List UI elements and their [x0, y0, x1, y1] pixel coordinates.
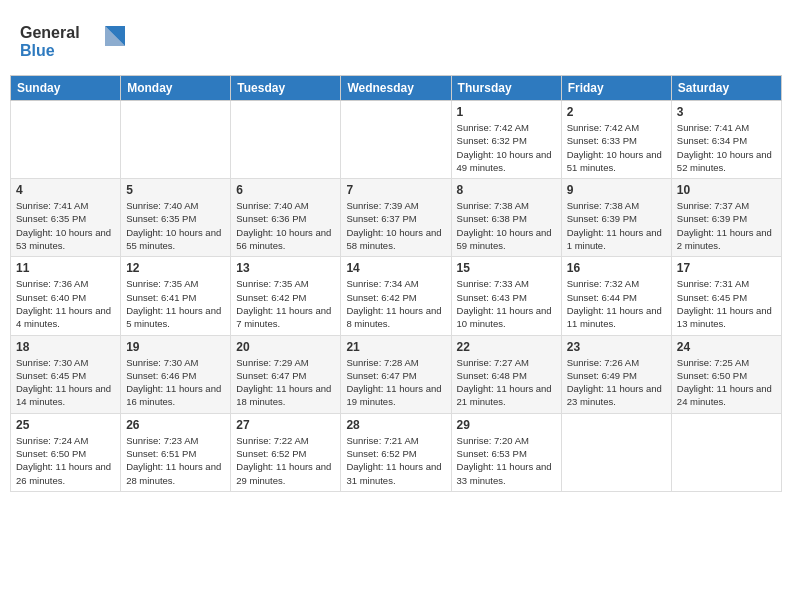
- calendar-cell: 20Sunrise: 7:29 AM Sunset: 6:47 PM Dayli…: [231, 335, 341, 413]
- day-info: Sunrise: 7:22 AM Sunset: 6:52 PM Dayligh…: [236, 434, 335, 487]
- calendar-cell: 26Sunrise: 7:23 AM Sunset: 6:51 PM Dayli…: [121, 413, 231, 491]
- calendar-cell: [671, 413, 781, 491]
- day-number: 21: [346, 340, 445, 354]
- day-info: Sunrise: 7:38 AM Sunset: 6:39 PM Dayligh…: [567, 199, 666, 252]
- day-number: 16: [567, 261, 666, 275]
- day-number: 14: [346, 261, 445, 275]
- day-info: Sunrise: 7:31 AM Sunset: 6:45 PM Dayligh…: [677, 277, 776, 330]
- day-number: 17: [677, 261, 776, 275]
- calendar-cell: [11, 101, 121, 179]
- day-info: Sunrise: 7:35 AM Sunset: 6:41 PM Dayligh…: [126, 277, 225, 330]
- day-info: Sunrise: 7:39 AM Sunset: 6:37 PM Dayligh…: [346, 199, 445, 252]
- calendar-cell: 1Sunrise: 7:42 AM Sunset: 6:32 PM Daylig…: [451, 101, 561, 179]
- day-info: Sunrise: 7:30 AM Sunset: 6:46 PM Dayligh…: [126, 356, 225, 409]
- day-number: 8: [457, 183, 556, 197]
- calendar-cell: [561, 413, 671, 491]
- calendar-cell: 9Sunrise: 7:38 AM Sunset: 6:39 PM Daylig…: [561, 179, 671, 257]
- day-info: Sunrise: 7:33 AM Sunset: 6:43 PM Dayligh…: [457, 277, 556, 330]
- calendar-cell: 18Sunrise: 7:30 AM Sunset: 6:45 PM Dayli…: [11, 335, 121, 413]
- calendar-week-row: 11Sunrise: 7:36 AM Sunset: 6:40 PM Dayli…: [11, 257, 782, 335]
- calendar-cell: 14Sunrise: 7:34 AM Sunset: 6:42 PM Dayli…: [341, 257, 451, 335]
- calendar-cell: 13Sunrise: 7:35 AM Sunset: 6:42 PM Dayli…: [231, 257, 341, 335]
- calendar-week-row: 25Sunrise: 7:24 AM Sunset: 6:50 PM Dayli…: [11, 413, 782, 491]
- day-header-tuesday: Tuesday: [231, 76, 341, 101]
- calendar-cell: 24Sunrise: 7:25 AM Sunset: 6:50 PM Dayli…: [671, 335, 781, 413]
- calendar-cell: 16Sunrise: 7:32 AM Sunset: 6:44 PM Dayli…: [561, 257, 671, 335]
- calendar-cell: 22Sunrise: 7:27 AM Sunset: 6:48 PM Dayli…: [451, 335, 561, 413]
- calendar-cell: 11Sunrise: 7:36 AM Sunset: 6:40 PM Dayli…: [11, 257, 121, 335]
- calendar-cell: 25Sunrise: 7:24 AM Sunset: 6:50 PM Dayli…: [11, 413, 121, 491]
- header: General Blue: [10, 10, 782, 71]
- day-number: 6: [236, 183, 335, 197]
- day-number: 25: [16, 418, 115, 432]
- day-number: 29: [457, 418, 556, 432]
- calendar-table: SundayMondayTuesdayWednesdayThursdayFrid…: [10, 75, 782, 492]
- calendar-cell: [121, 101, 231, 179]
- calendar-cell: 2Sunrise: 7:42 AM Sunset: 6:33 PM Daylig…: [561, 101, 671, 179]
- day-number: 24: [677, 340, 776, 354]
- calendar-cell: 23Sunrise: 7:26 AM Sunset: 6:49 PM Dayli…: [561, 335, 671, 413]
- day-info: Sunrise: 7:21 AM Sunset: 6:52 PM Dayligh…: [346, 434, 445, 487]
- day-info: Sunrise: 7:38 AM Sunset: 6:38 PM Dayligh…: [457, 199, 556, 252]
- calendar-week-row: 4Sunrise: 7:41 AM Sunset: 6:35 PM Daylig…: [11, 179, 782, 257]
- day-info: Sunrise: 7:20 AM Sunset: 6:53 PM Dayligh…: [457, 434, 556, 487]
- calendar-cell: 19Sunrise: 7:30 AM Sunset: 6:46 PM Dayli…: [121, 335, 231, 413]
- day-info: Sunrise: 7:25 AM Sunset: 6:50 PM Dayligh…: [677, 356, 776, 409]
- day-number: 4: [16, 183, 115, 197]
- day-info: Sunrise: 7:28 AM Sunset: 6:47 PM Dayligh…: [346, 356, 445, 409]
- day-info: Sunrise: 7:42 AM Sunset: 6:32 PM Dayligh…: [457, 121, 556, 174]
- calendar-cell: 17Sunrise: 7:31 AM Sunset: 6:45 PM Dayli…: [671, 257, 781, 335]
- logo-text: General Blue: [20, 18, 140, 67]
- day-number: 1: [457, 105, 556, 119]
- day-info: Sunrise: 7:32 AM Sunset: 6:44 PM Dayligh…: [567, 277, 666, 330]
- day-header-wednesday: Wednesday: [341, 76, 451, 101]
- day-number: 19: [126, 340, 225, 354]
- day-info: Sunrise: 7:26 AM Sunset: 6:49 PM Dayligh…: [567, 356, 666, 409]
- day-number: 15: [457, 261, 556, 275]
- day-info: Sunrise: 7:29 AM Sunset: 6:47 PM Dayligh…: [236, 356, 335, 409]
- calendar-cell: 6Sunrise: 7:40 AM Sunset: 6:36 PM Daylig…: [231, 179, 341, 257]
- calendar-week-row: 18Sunrise: 7:30 AM Sunset: 6:45 PM Dayli…: [11, 335, 782, 413]
- day-info: Sunrise: 7:41 AM Sunset: 6:34 PM Dayligh…: [677, 121, 776, 174]
- day-info: Sunrise: 7:37 AM Sunset: 6:39 PM Dayligh…: [677, 199, 776, 252]
- svg-text:Blue: Blue: [20, 42, 55, 59]
- day-info: Sunrise: 7:41 AM Sunset: 6:35 PM Dayligh…: [16, 199, 115, 252]
- calendar-cell: 3Sunrise: 7:41 AM Sunset: 6:34 PM Daylig…: [671, 101, 781, 179]
- day-header-sunday: Sunday: [11, 76, 121, 101]
- day-info: Sunrise: 7:40 AM Sunset: 6:35 PM Dayligh…: [126, 199, 225, 252]
- day-header-monday: Monday: [121, 76, 231, 101]
- day-number: 23: [567, 340, 666, 354]
- calendar-cell: [231, 101, 341, 179]
- day-number: 27: [236, 418, 335, 432]
- calendar-cell: 12Sunrise: 7:35 AM Sunset: 6:41 PM Dayli…: [121, 257, 231, 335]
- calendar-cell: 15Sunrise: 7:33 AM Sunset: 6:43 PM Dayli…: [451, 257, 561, 335]
- calendar-cell: 29Sunrise: 7:20 AM Sunset: 6:53 PM Dayli…: [451, 413, 561, 491]
- calendar-cell: 27Sunrise: 7:22 AM Sunset: 6:52 PM Dayli…: [231, 413, 341, 491]
- day-number: 13: [236, 261, 335, 275]
- calendar-cell: 21Sunrise: 7:28 AM Sunset: 6:47 PM Dayli…: [341, 335, 451, 413]
- day-info: Sunrise: 7:42 AM Sunset: 6:33 PM Dayligh…: [567, 121, 666, 174]
- day-header-friday: Friday: [561, 76, 671, 101]
- day-header-thursday: Thursday: [451, 76, 561, 101]
- logo: General Blue: [20, 18, 140, 67]
- day-number: 26: [126, 418, 225, 432]
- day-info: Sunrise: 7:35 AM Sunset: 6:42 PM Dayligh…: [236, 277, 335, 330]
- day-number: 5: [126, 183, 225, 197]
- calendar-cell: 4Sunrise: 7:41 AM Sunset: 6:35 PM Daylig…: [11, 179, 121, 257]
- day-number: 2: [567, 105, 666, 119]
- svg-text:General: General: [20, 24, 80, 41]
- day-number: 10: [677, 183, 776, 197]
- day-number: 12: [126, 261, 225, 275]
- day-info: Sunrise: 7:36 AM Sunset: 6:40 PM Dayligh…: [16, 277, 115, 330]
- day-number: 28: [346, 418, 445, 432]
- day-header-saturday: Saturday: [671, 76, 781, 101]
- day-number: 18: [16, 340, 115, 354]
- day-info: Sunrise: 7:40 AM Sunset: 6:36 PM Dayligh…: [236, 199, 335, 252]
- calendar-cell: [341, 101, 451, 179]
- day-number: 9: [567, 183, 666, 197]
- calendar-cell: 8Sunrise: 7:38 AM Sunset: 6:38 PM Daylig…: [451, 179, 561, 257]
- day-info: Sunrise: 7:30 AM Sunset: 6:45 PM Dayligh…: [16, 356, 115, 409]
- day-number: 20: [236, 340, 335, 354]
- calendar-cell: 7Sunrise: 7:39 AM Sunset: 6:37 PM Daylig…: [341, 179, 451, 257]
- calendar-week-row: 1Sunrise: 7:42 AM Sunset: 6:32 PM Daylig…: [11, 101, 782, 179]
